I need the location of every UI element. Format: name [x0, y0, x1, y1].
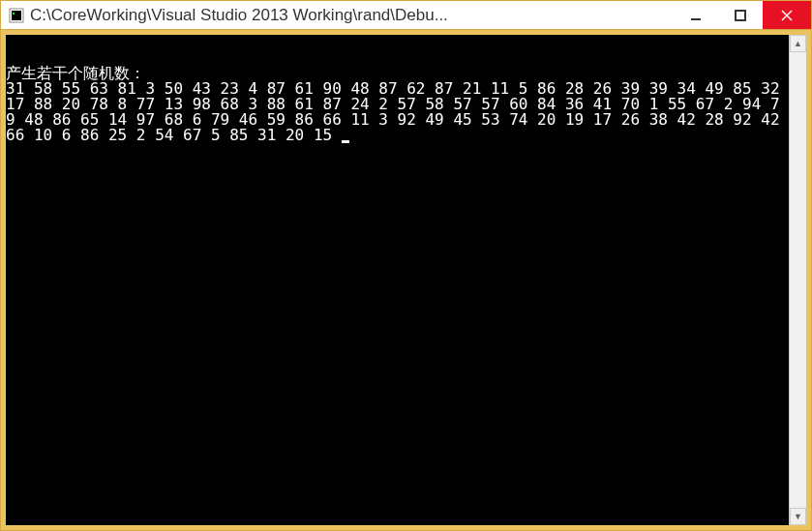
svg-rect-3 [691, 18, 701, 20]
window-controls [674, 1, 811, 29]
content-area: 产生若干个随机数： 31 58 55 63 81 3 50 43 23 4 87… [1, 30, 811, 530]
scroll-up-button[interactable]: ▲ [790, 35, 806, 52]
maximize-button[interactable] [718, 1, 763, 29]
svg-rect-2 [13, 13, 15, 15]
console-text: 产生若干个随机数： 31 58 55 63 81 3 50 43 23 4 87… [6, 66, 789, 143]
scroll-track-vertical[interactable] [790, 52, 806, 508]
svg-rect-4 [736, 11, 745, 20]
close-button[interactable] [763, 1, 811, 29]
vertical-scrollbar[interactable]: ▲ ▼ [789, 35, 806, 525]
scroll-down-button[interactable]: ▼ [790, 508, 806, 525]
minimize-button[interactable] [674, 1, 718, 29]
svg-rect-1 [12, 11, 21, 20]
cursor [342, 140, 349, 143]
console-numbers: 31 58 55 63 81 3 50 43 23 4 87 61 90 48 … [6, 79, 789, 144]
titlebar[interactable]: C:\CoreWorking\Visual Studio 2013 Workin… [1, 1, 811, 30]
console-output[interactable]: 产生若干个随机数： 31 58 55 63 81 3 50 43 23 4 87… [6, 35, 789, 525]
window-title: C:\CoreWorking\Visual Studio 2013 Workin… [30, 6, 674, 25]
console-window: C:\CoreWorking\Visual Studio 2013 Workin… [0, 0, 812, 531]
app-icon [9, 8, 24, 23]
